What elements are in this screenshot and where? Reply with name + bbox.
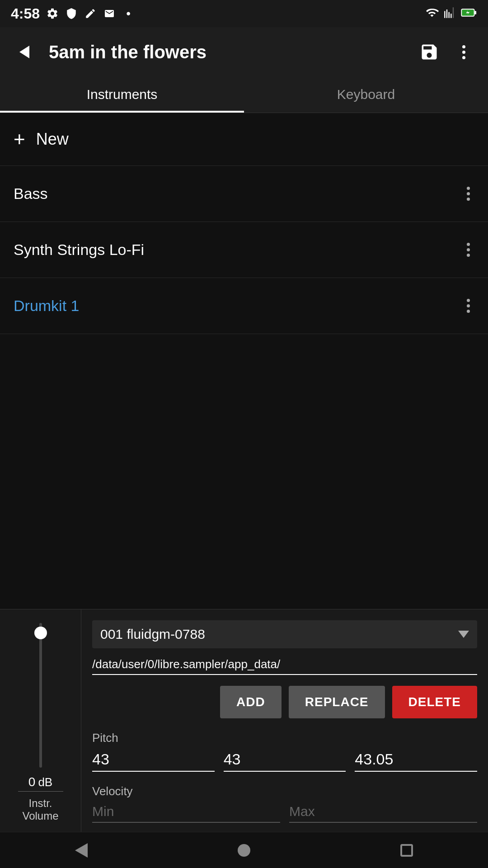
volume-db-row: 0 dB bbox=[18, 775, 63, 792]
instruments-section: + New Bass Synth Strings Lo-Fi Drumkit 1 bbox=[0, 113, 488, 334]
pitch-section-label: Pitch bbox=[92, 731, 477, 745]
nav-bar bbox=[0, 832, 488, 868]
volume-unit: dB bbox=[38, 775, 52, 789]
tab-instruments[interactable]: Instruments bbox=[0, 76, 244, 113]
velocity-row: Min Max bbox=[92, 804, 477, 823]
action-buttons: ADD REPLACE DELETE bbox=[92, 686, 477, 718]
nav-home-button[interactable] bbox=[226, 832, 262, 868]
plus-icon: + bbox=[14, 129, 25, 149]
shield-icon bbox=[64, 6, 79, 21]
velocity-max-placeholder[interactable]: Max bbox=[289, 804, 477, 823]
save-button[interactable] bbox=[416, 38, 443, 66]
delete-button[interactable]: DELETE bbox=[392, 686, 477, 718]
back-arrow-icon bbox=[19, 46, 29, 58]
instrument-name-synth: Synth Strings Lo-Fi bbox=[14, 241, 462, 259]
mail-icon bbox=[102, 6, 117, 21]
status-time: 4:58 bbox=[11, 5, 40, 22]
tab-keyboard[interactable]: Keyboard bbox=[244, 76, 488, 113]
nav-recents-button[interactable] bbox=[389, 832, 425, 868]
wifi-icon bbox=[425, 6, 439, 21]
instrument-name-drumkit: Drumkit 1 bbox=[14, 297, 462, 315]
preset-label: 001 fluidgm-0788 bbox=[100, 627, 458, 642]
battery-icon bbox=[461, 6, 477, 21]
pitch-value-3[interactable]: 43.05 bbox=[355, 750, 477, 772]
app-bar-actions bbox=[416, 38, 477, 66]
list-item[interactable]: Drumkit 1 bbox=[0, 278, 488, 334]
status-right bbox=[425, 6, 477, 21]
instrument-more-button-bass[interactable] bbox=[462, 182, 474, 205]
back-button[interactable] bbox=[11, 38, 38, 66]
more-dots-icon bbox=[462, 45, 465, 59]
pitch-value-1[interactable]: 43 bbox=[92, 750, 215, 772]
pitch-row: 43 43 43.05 bbox=[92, 750, 477, 772]
more-options-button[interactable] bbox=[450, 38, 477, 66]
volume-label: Instr. Volume bbox=[22, 797, 58, 822]
file-path-display: /data/user/0/libre.sampler/app_data/ bbox=[92, 657, 477, 675]
page-title: 5am in the flowers bbox=[49, 42, 405, 62]
volume-slider-thumb[interactable] bbox=[34, 627, 47, 639]
svg-rect-1 bbox=[474, 11, 476, 14]
pitch-field-3: 43.05 bbox=[355, 750, 477, 772]
instrument-name-bass: Bass bbox=[14, 185, 462, 203]
sampler-section: 001 fluidgm-0788 /data/user/0/libre.samp… bbox=[81, 609, 488, 832]
instrument-more-button-synth[interactable] bbox=[462, 238, 474, 261]
status-left: 4:58 bbox=[11, 5, 136, 22]
replace-button[interactable]: REPLACE bbox=[289, 686, 385, 718]
new-instrument-button[interactable]: + New bbox=[0, 113, 488, 166]
signal-icon bbox=[444, 6, 456, 21]
nav-back-icon bbox=[75, 843, 88, 858]
pitch-field-1: 43 bbox=[92, 750, 215, 772]
nav-recents-icon bbox=[400, 844, 413, 857]
volume-value: 0 bbox=[28, 775, 36, 789]
instrument-more-button-drumkit[interactable] bbox=[462, 294, 474, 317]
nav-back-button[interactable] bbox=[63, 832, 99, 868]
nav-home-icon bbox=[238, 844, 250, 857]
tabs-bar: Instruments Keyboard bbox=[0, 77, 488, 113]
velocity-max-field: Max bbox=[289, 804, 477, 823]
bottom-panel-inner: 0 dB Instr. Volume 001 fluidgm-0788 /dat… bbox=[0, 609, 488, 832]
save-icon bbox=[419, 42, 439, 62]
volume-slider-track[interactable] bbox=[39, 623, 42, 768]
gear-icon bbox=[45, 6, 60, 21]
status-bar: 4:58 bbox=[0, 0, 488, 27]
velocity-min-placeholder[interactable]: Min bbox=[92, 804, 280, 823]
new-label: New bbox=[36, 130, 69, 149]
list-item[interactable]: Bass bbox=[0, 166, 488, 222]
add-button[interactable]: ADD bbox=[220, 686, 282, 718]
velocity-min-field: Min bbox=[92, 804, 280, 823]
pitch-value-2[interactable]: 43 bbox=[224, 750, 346, 772]
preset-dropdown[interactable]: 001 fluidgm-0788 bbox=[92, 620, 477, 648]
notification-dot-icon: • bbox=[121, 6, 136, 21]
status-icons: • bbox=[45, 6, 136, 21]
bottom-panel: 0 dB Instr. Volume 001 fluidgm-0788 /dat… bbox=[0, 609, 488, 832]
volume-section: 0 dB Instr. Volume bbox=[0, 609, 81, 832]
dropdown-arrow-icon bbox=[458, 631, 469, 638]
list-item[interactable]: Synth Strings Lo-Fi bbox=[0, 222, 488, 278]
velocity-section-label: Velocity bbox=[92, 784, 477, 798]
pitch-field-2: 43 bbox=[224, 750, 346, 772]
app-bar: 5am in the flowers bbox=[0, 27, 488, 77]
pen-icon bbox=[83, 6, 98, 21]
